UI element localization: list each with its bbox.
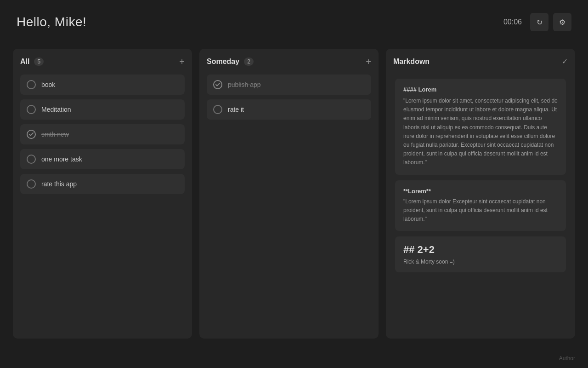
task-item[interactable]: publish app: [207, 75, 371, 95]
settings-button[interactable]: ⚙: [553, 13, 571, 31]
task-checkbox[interactable]: [213, 80, 222, 89]
task-item[interactable]: rate this app: [20, 174, 185, 194]
markdown-section: #### Lorem "Lorem ipsum dolor sit amet, …: [395, 79, 566, 175]
task-label: smth new: [41, 131, 69, 138]
task-checkbox[interactable]: [27, 105, 36, 114]
column-all-add-button[interactable]: +: [179, 57, 185, 66]
markdown-text: "Lorem ipsum dolor Excepteur sint occaec…: [403, 197, 558, 224]
column-all-header-left: All 5: [20, 58, 44, 66]
column-all-header: All 5 +: [20, 57, 185, 66]
task-label: publish app: [228, 81, 261, 88]
task-checkbox[interactable]: [27, 155, 36, 164]
settings-icon: ⚙: [559, 18, 565, 27]
markdown-text: "Lorem ipsum dolor sit amet, consectetur…: [403, 97, 558, 167]
column-someday: Someday 2 + publish app rate it: [199, 49, 379, 339]
column-someday-add-button[interactable]: +: [366, 57, 371, 66]
refresh-button[interactable]: ↻: [530, 13, 548, 31]
markdown-section: ## 2+2 Rick & Morty soon =): [395, 236, 566, 272]
markdown-subtext: Rick & Morty soon =): [403, 259, 558, 265]
column-markdown-title: Markdown: [393, 58, 430, 66]
column-someday-count: 2: [244, 58, 254, 66]
task-label: rate it: [228, 106, 244, 113]
task-checkbox[interactable]: [27, 130, 36, 139]
greeting: Hello, Mike!: [17, 15, 86, 29]
column-someday-header-left: Someday 2: [207, 58, 254, 66]
task-item[interactable]: Meditation: [20, 99, 185, 120]
footer: Author: [559, 355, 575, 362]
column-markdown-check-button[interactable]: ✓: [562, 57, 568, 66]
markdown-bold-heading: **Lorem**: [403, 188, 558, 195]
markdown-section: **Lorem** "Lorem ipsum dolor Excepteur s…: [395, 180, 566, 231]
column-someday-title: Someday: [207, 58, 239, 66]
task-checkbox[interactable]: [27, 179, 36, 189]
footer-label: Author: [559, 355, 575, 362]
column-markdown-header: Markdown ✓: [393, 57, 568, 66]
column-all-count: 5: [34, 58, 44, 66]
header: Hello, Mike! 00:06 ↻ ⚙: [0, 0, 588, 44]
refresh-icon: ↻: [537, 18, 543, 27]
column-all: All 5 + book Meditation smth new: [13, 49, 192, 339]
header-controls: 00:06 ↻ ⚙: [503, 13, 571, 31]
task-item[interactable]: book: [20, 75, 185, 95]
checkmark-icon: ✓: [562, 58, 568, 65]
markdown-heading: #### Lorem: [403, 86, 558, 93]
task-label: rate this app: [41, 180, 77, 188]
main-content: All 5 + book Meditation smth new: [0, 44, 588, 348]
column-markdown-header-left: Markdown: [393, 58, 430, 66]
task-label: book: [41, 81, 55, 88]
column-markdown: Markdown ✓ #### Lorem "Lorem ipsum dolor…: [386, 49, 575, 339]
column-all-title: All: [20, 58, 29, 66]
markdown-h2: ## 2+2: [403, 244, 558, 256]
task-label: one more task: [41, 155, 82, 163]
task-label: Meditation: [41, 106, 71, 113]
task-checkbox[interactable]: [27, 80, 36, 89]
task-checkbox[interactable]: [213, 105, 222, 114]
task-item[interactable]: smth new: [20, 124, 185, 144]
task-item[interactable]: rate it: [207, 99, 371, 120]
timer-display: 00:06: [503, 18, 522, 26]
task-item[interactable]: one more task: [20, 149, 185, 169]
markdown-body: #### Lorem "Lorem ipsum dolor sit amet, …: [393, 74, 568, 330]
column-someday-header: Someday 2 +: [207, 57, 371, 66]
